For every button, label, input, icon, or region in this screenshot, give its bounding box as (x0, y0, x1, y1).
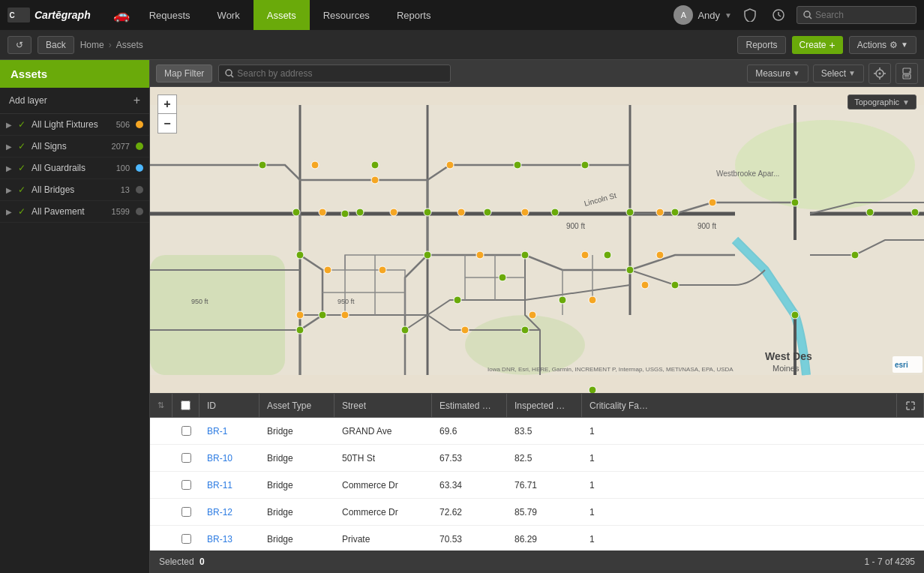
map-search-box[interactable] (218, 64, 451, 82)
expand-col-header[interactable] (897, 394, 924, 417)
svg-point-84 (476, 251, 484, 259)
svg-text:esri: esri (895, 361, 908, 369)
selected-label: Selected (159, 556, 194, 567)
select-button[interactable]: Select ▼ (813, 64, 864, 82)
select-all-checkbox[interactable] (181, 400, 190, 410)
row-checkbox[interactable] (182, 426, 191, 436)
row-id[interactable]: BR-10 (200, 445, 260, 471)
nav-resources[interactable]: Resources (310, 0, 383, 30)
layer-check-icon: ✓ (18, 206, 28, 217)
row-checkbox[interactable] (182, 507, 191, 517)
layer-check-icon: ✓ (18, 119, 28, 130)
username: Andy (698, 10, 720, 21)
table-row: BR-12 Bridge Commerce Dr 72.62 85.79 1 (150, 499, 924, 526)
zoom-out-button[interactable]: − (158, 114, 177, 134)
svg-point-73 (319, 208, 326, 216)
est-col-header[interactable]: Estimated … (432, 394, 507, 417)
nav-requests[interactable]: Requests (136, 0, 204, 30)
clock-icon[interactable] (768, 4, 789, 26)
crit-col-header[interactable]: Criticality Fa… (582, 394, 897, 417)
svg-point-10 (879, 72, 881, 74)
row-sort (150, 418, 172, 444)
svg-point-43 (551, 208, 559, 216)
zoom-in-button[interactable]: + (158, 94, 177, 114)
row-check[interactable] (172, 418, 200, 444)
toolbar: ↺ Back Home › Assets Reports Create + Ac… (0, 30, 924, 60)
select-all-col[interactable] (172, 394, 200, 417)
type-col-header[interactable]: Asset Type (260, 394, 334, 417)
row-sort (150, 526, 172, 550)
back-label: Back (46, 40, 66, 50)
nav-work[interactable]: Work (204, 0, 254, 30)
reports-button[interactable]: Reports (737, 36, 785, 54)
row-id[interactable]: BR-12 (200, 499, 260, 525)
svg-point-91 (529, 311, 536, 319)
sort-col-header[interactable]: ⇅ (150, 394, 172, 417)
row-sort (150, 445, 172, 471)
map-filter-button[interactable]: Map Filter (156, 64, 212, 82)
svg-point-92 (589, 296, 596, 304)
breadcrumb-assets[interactable]: Assets (116, 40, 143, 50)
row-check[interactable] (172, 499, 200, 525)
create-button[interactable]: Create + (792, 36, 843, 54)
layer-bridges[interactable]: ▶ ✓ All Bridges 13 (0, 179, 149, 201)
svg-point-53 (296, 251, 304, 259)
row-check[interactable] (172, 472, 200, 498)
add-layer-row[interactable]: Add layer + (0, 88, 149, 114)
row-id[interactable]: BR-13 (200, 526, 260, 550)
user-menu[interactable]: A Andy ▼ (674, 5, 732, 25)
row-inspected: 86.29 (507, 526, 582, 550)
svg-point-45 (671, 208, 679, 216)
svg-text:Westbrooke Apar...: Westbrooke Apar... (716, 170, 779, 178)
svg-point-86 (656, 251, 664, 259)
breadcrumb-sep-1: › (109, 40, 112, 50)
breadcrumb-home[interactable]: Home (80, 40, 104, 50)
row-estimated: 70.53 (432, 526, 507, 550)
back-button[interactable]: Back (38, 36, 74, 54)
map-style-selector[interactable]: Topographic ▼ (848, 94, 916, 110)
layer-light-fixtures[interactable]: ▶ ✓ All Light Fixtures 506 (0, 114, 149, 136)
actions-button[interactable]: Actions ⚙ ▼ (849, 36, 916, 54)
add-layer-icon: + (134, 94, 140, 107)
insp-col-header[interactable]: Inspected … (507, 394, 582, 417)
layer-pavement[interactable]: ▶ ✓ All Pavement 1599 (0, 201, 149, 223)
measure-button[interactable]: Measure ▼ (747, 64, 808, 82)
measure-label: Measure (755, 68, 790, 79)
svg-point-56 (626, 266, 634, 274)
shield-icon[interactable] (740, 4, 760, 26)
row-checkbox[interactable] (182, 534, 191, 544)
svg-text:Iowa DNR, Esri, HERE, Garmin, : Iowa DNR, Esri, HERE, Garmin, INCREMENT … (488, 366, 734, 373)
row-check[interactable] (172, 526, 200, 550)
street-col-header[interactable]: Street (334, 394, 432, 417)
locate-button[interactable] (868, 63, 891, 84)
main-layout: Assets Add layer + ▶ ✓ All Light Fixture… (0, 60, 924, 573)
svg-point-49 (259, 161, 266, 169)
map-view[interactable]: Lincoln St 900 ft 900 ft 950 ft 950 ft W… (150, 87, 924, 393)
row-check[interactable] (172, 445, 200, 471)
table-header: ⇅ ID Asset Type Street Estimated … (150, 394, 924, 418)
id-col-header[interactable]: ID (200, 394, 260, 417)
row-checkbox[interactable] (182, 453, 191, 463)
actions-label: Actions (857, 40, 886, 50)
row-estimated: 72.62 (432, 499, 507, 525)
layer-guardrails[interactable]: ▶ ✓ All Guardrails 100 (0, 158, 149, 179)
layer-dot (136, 186, 143, 194)
row-type: Bridge (260, 418, 334, 444)
row-id[interactable]: BR-1 (200, 418, 260, 444)
svg-point-88 (461, 326, 469, 334)
map-search-input[interactable] (237, 68, 440, 79)
nav-reports[interactable]: Reports (383, 0, 445, 30)
row-id[interactable]: BR-11 (200, 472, 260, 498)
refresh-button[interactable]: ↺ (8, 36, 32, 54)
nav-assets[interactable]: Assets (254, 0, 310, 30)
global-search[interactable] (796, 6, 916, 24)
print-button[interactable] (896, 63, 918, 84)
search-input[interactable] (815, 10, 905, 20)
map-container: Map Filter Measure ▼ Select ▼ (150, 60, 924, 573)
user-chevron-icon: ▼ (724, 11, 732, 20)
top-nav: C Cartēgraph 🚗 Requests Work Assets Reso… (0, 0, 924, 30)
layer-signs[interactable]: ▶ ✓ All Signs 2077 (0, 136, 149, 158)
row-checkbox[interactable] (182, 480, 191, 490)
svg-point-79 (311, 161, 319, 169)
est-col-label: Estimated … (440, 400, 491, 411)
